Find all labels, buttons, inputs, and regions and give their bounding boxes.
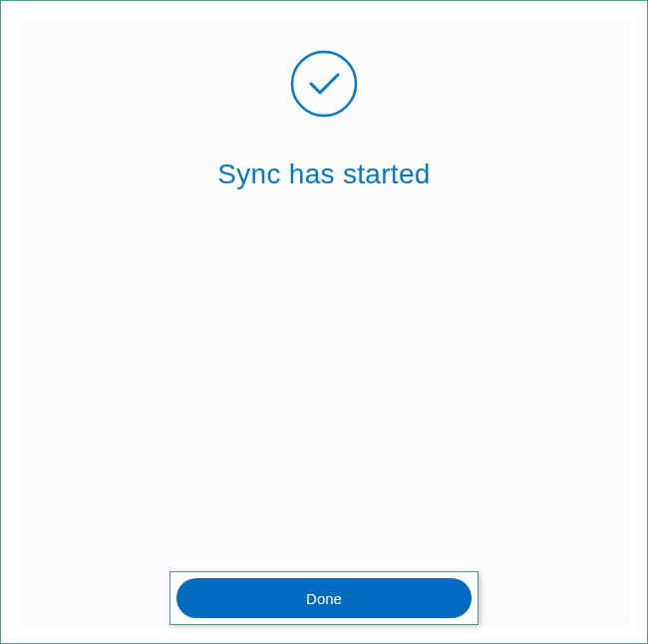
- phone-screen: Sync has started Done: [19, 19, 629, 625]
- done-button[interactable]: Done: [176, 578, 472, 618]
- outer-frame: Sync has started Done: [0, 0, 648, 644]
- done-button-label: Done: [306, 590, 342, 607]
- checkmark-circle-icon: [289, 49, 359, 119]
- status-title: Sync has started: [217, 159, 430, 190]
- svg-point-0: [292, 52, 356, 116]
- done-button-highlight: Done: [169, 571, 479, 625]
